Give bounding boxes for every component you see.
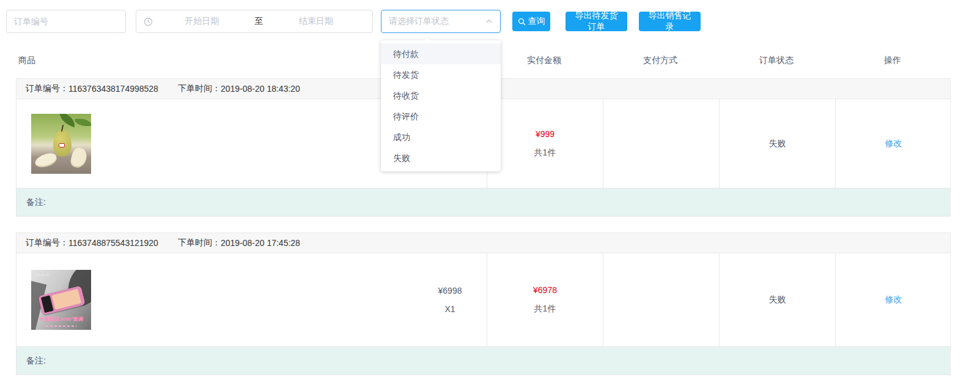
- header-paid-amount: 实付金额: [486, 55, 602, 66]
- clock-icon: [144, 17, 153, 26]
- order-number-input[interactable]: [6, 10, 126, 33]
- order-status: 失败: [769, 138, 786, 149]
- header-pay-method: 支付方式: [602, 55, 718, 66]
- status-option-pending-payment[interactable]: 待付款: [381, 43, 501, 64]
- start-date-field[interactable]: 开始日期: [153, 16, 251, 27]
- remark-label: 备注:: [26, 197, 46, 208]
- paid-amount: ¥6978: [533, 285, 557, 295]
- paid-amount-cell: ¥999 共1件: [487, 99, 603, 188]
- header-actions: 操作: [834, 55, 951, 66]
- product-cell: [17, 99, 413, 188]
- remark-row: 备注:: [17, 188, 950, 216]
- order-number-value: 1163763438174998528: [68, 84, 158, 94]
- unit-price: ¥6998: [438, 286, 462, 296]
- order-body-row: CASIO 专属美肌 9000°微调 ¥6998 X1 ¥6978 共1件 失败: [17, 253, 950, 346]
- order-card: 订单编号：1163748875543121920 下单时间：2019-08-20…: [16, 233, 951, 375]
- date-range-picker[interactable]: 开始日期 至 结束日期: [136, 10, 373, 33]
- paid-count: 共1件: [534, 147, 556, 158]
- modify-link[interactable]: 修改: [885, 138, 902, 149]
- paid-count: 共1件: [534, 304, 556, 315]
- quantity: X1: [444, 304, 455, 314]
- status-option-failed[interactable]: 失败: [381, 147, 501, 168]
- product-image-brand: CASIO: [35, 273, 50, 277]
- actions-cell: 修改: [835, 99, 951, 188]
- order-time-label: 下单时间：: [178, 237, 221, 248]
- order-status-select[interactable]: 请选择订单状态: [381, 10, 501, 33]
- product-image-pear: [31, 114, 91, 174]
- order-header: 订单编号：1163748875543121920 下单时间：2019-08-20…: [17, 233, 950, 253]
- end-date-field[interactable]: 结束日期: [267, 16, 366, 27]
- price-qty-cell: ¥6998 X1: [413, 253, 487, 346]
- search-button-label: 查询: [528, 16, 545, 27]
- order-status-select-placeholder: 请选择订单状态: [389, 16, 485, 27]
- chevron-up-icon: [485, 18, 493, 25]
- pay-method-cell: [603, 253, 719, 346]
- export-pending-orders-button[interactable]: 导出待发货订单: [566, 12, 627, 31]
- status-option-pending-shipment[interactable]: 待发货: [381, 64, 501, 85]
- order-time-value: 2019-08-20 18:43:20: [221, 84, 300, 94]
- status-option-pending-review[interactable]: 待评价: [381, 106, 501, 127]
- product-cell: CASIO 专属美肌 9000°微调: [17, 253, 413, 346]
- modify-link[interactable]: 修改: [885, 294, 902, 305]
- order-status-dropdown: 待付款 待发货 待收货 待评价 成功 失败: [381, 40, 501, 171]
- order-status-cell: 失败: [719, 99, 835, 188]
- remark-label: 备注:: [26, 356, 46, 367]
- order-time-value: 2019-08-20 17:45:28: [221, 238, 300, 248]
- remark-row: 备注:: [17, 346, 950, 374]
- magnifier-icon: [518, 18, 526, 26]
- order-number-label: 订单编号：: [26, 237, 68, 248]
- order-time-label: 下单时间：: [178, 83, 221, 94]
- paid-amount-cell: ¥6978 共1件: [487, 253, 603, 346]
- status-option-success[interactable]: 成功: [381, 127, 501, 147]
- search-button[interactable]: 查询: [512, 12, 550, 31]
- order-status: 失败: [769, 294, 786, 305]
- pay-method-cell: [603, 99, 719, 188]
- order-number-value: 1163748875543121920: [68, 238, 158, 248]
- date-range-separator: 至: [251, 16, 267, 27]
- product-image-caption: 专属美肌 9000°微调: [31, 316, 91, 322]
- filter-toolbar: 开始日期 至 结束日期 请选择订单状态 查询 导出待发货订单 导出销售记录 待付…: [0, 0, 980, 43]
- order-number-label: 订单编号：: [26, 83, 68, 94]
- status-option-pending-receipt[interactable]: 待收货: [381, 85, 501, 106]
- actions-cell: 修改: [835, 253, 951, 346]
- header-product: 商品: [16, 55, 413, 66]
- order-status-cell: 失败: [719, 253, 835, 346]
- header-order-status: 订单状态: [718, 55, 834, 66]
- export-sales-records-button[interactable]: 导出销售记录: [639, 12, 701, 31]
- product-image-camera: CASIO 专属美肌 9000°微调: [31, 270, 91, 330]
- paid-amount: ¥999: [536, 129, 554, 139]
